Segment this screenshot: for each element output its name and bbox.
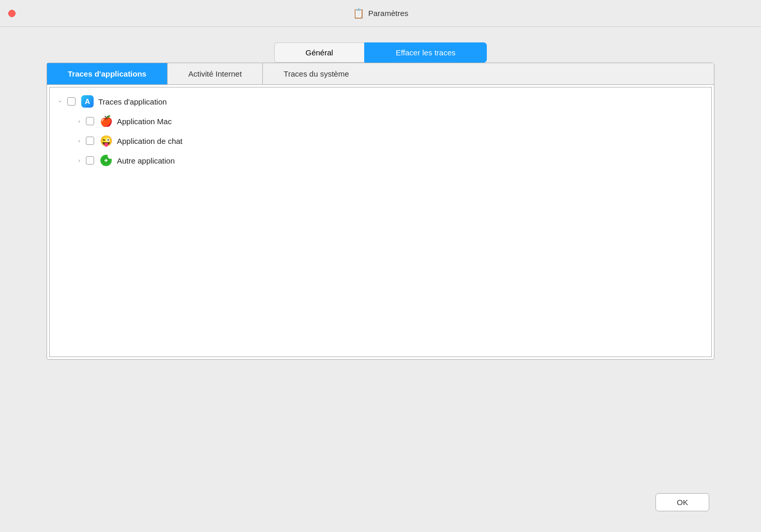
window-controls <box>8 10 38 17</box>
svg-rect-2 <box>105 160 108 161</box>
main-panel: Traces d'applications Activité Internet … <box>47 63 714 360</box>
apple-icon: 🍎 <box>99 114 113 128</box>
root-label: Traces d'application <box>98 97 167 106</box>
tree-root: › A Traces d'application <box>50 92 711 111</box>
chevron-mac[interactable]: › <box>74 116 84 126</box>
checkbox-other[interactable] <box>86 156 94 165</box>
main-content: Général Effacer les traces Traces d'appl… <box>0 27 761 375</box>
tab-general[interactable]: Général <box>274 42 364 63</box>
chat-icon-shape: 😜 <box>100 135 113 147</box>
mac-label: Application Mac <box>117 117 172 126</box>
other-label: Autre application <box>117 156 175 165</box>
subtab-activite-internet[interactable]: Activité Internet <box>168 63 263 84</box>
title-text: Paramètres <box>368 9 409 18</box>
tree-container: › A Traces d'application › 🍎 Application… <box>50 87 711 357</box>
tree-panel: › A Traces d'application › 🍎 Application… <box>49 87 712 357</box>
ok-button[interactable]: OK <box>655 493 709 511</box>
chevron-root[interactable]: › <box>56 97 65 106</box>
checkbox-chat[interactable] <box>86 137 94 145</box>
other-icon-shape <box>100 155 112 166</box>
subtab-traces-applications[interactable]: Traces d'applications <box>47 63 168 84</box>
tree-item-other: › Autre application <box>50 151 711 170</box>
chevron-other[interactable]: › <box>74 156 84 165</box>
chevron-chat[interactable]: › <box>74 136 84 145</box>
checkbox-root[interactable] <box>67 97 76 106</box>
ok-button-container: OK <box>655 493 709 511</box>
title-icon: 📋 <box>353 8 364 19</box>
tree-item-mac: › 🍎 Application Mac <box>50 111 711 131</box>
checkbox-mac[interactable] <box>86 117 94 125</box>
close-button[interactable] <box>8 10 16 17</box>
appstore-icon: A <box>81 95 94 108</box>
tab-effacer[interactable]: Effacer les traces <box>364 42 487 63</box>
apple-icon-shape: 🍎 <box>100 115 113 127</box>
top-tabs: Général Effacer les traces <box>47 42 714 63</box>
appstore-icon-shape: A <box>81 95 94 108</box>
subtab-traces-systeme[interactable]: Traces du système <box>263 63 369 84</box>
chat-label: Application de chat <box>117 137 183 145</box>
window-title: 📋 Paramètres <box>353 8 409 19</box>
chat-icon: 😜 <box>99 134 113 147</box>
other-app-icon <box>99 154 113 167</box>
tree-item-chat: › 😜 Application de chat <box>50 131 711 151</box>
sub-tabs: Traces d'applications Activité Internet … <box>47 63 714 85</box>
titlebar: 📋 Paramètres <box>0 0 761 27</box>
